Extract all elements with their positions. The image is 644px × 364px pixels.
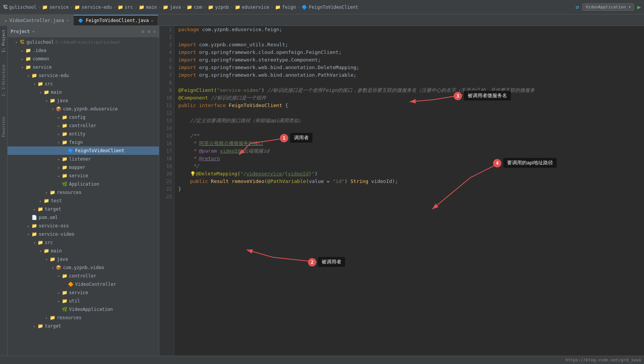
breadcrumb-eduservice[interactable]: eduservice (242, 5, 269, 10)
breadcrumb-feign[interactable]: feign (282, 5, 296, 10)
breadcrumb-sep: › (230, 5, 233, 10)
tree-label: test (51, 198, 62, 203)
close-panel-icon[interactable]: ✕ (153, 29, 156, 34)
tree-item-main1[interactable]: ▾ 📁 main (8, 88, 159, 96)
tree-item-controller2[interactable]: ▾ 📁 controller (8, 272, 159, 280)
breadcrumb-main[interactable]: main (146, 5, 157, 10)
breadcrumb-sep: › (204, 5, 206, 10)
tree-arrow: ▸ (32, 207, 37, 211)
folder-icon: 📁 (235, 5, 240, 10)
tree-arrow: ▾ (56, 140, 61, 145)
tab-videocontroller[interactable]: ☕ VideoController.java ✕ (0, 15, 74, 25)
tree-item-util[interactable]: ▸ 📁 util (8, 297, 159, 305)
tree-item-target1[interactable]: ▸ 📁 target (8, 205, 159, 213)
spring-icon: 🌿 (61, 181, 68, 187)
tree-item-resources1[interactable]: ▸ 📁 resources (8, 188, 159, 197)
tree-item-src1[interactable]: ▾ 📁 src (8, 80, 159, 88)
java-folder-icon: 📁 (49, 257, 55, 262)
tree-item-service-video[interactable]: ▾ 📁 service-video (8, 230, 159, 238)
breadcrumb-com[interactable]: com (194, 5, 202, 10)
tree-item-src2[interactable]: ▾ 📁 src (8, 238, 159, 247)
breadcrumb-bar: 🏗 gulischool › 📁 service › 📁 service-edu… (0, 0, 644, 14)
tree-item-gulischool[interactable]: ▾ 🏗 gulischool D:\IdeaProjects\gulischoo… (8, 38, 159, 46)
breadcrumb-service[interactable]: service (49, 5, 69, 10)
tree-item-common[interactable]: ▸ 📁 common (8, 55, 159, 63)
folder-icon: 📁 (25, 65, 31, 70)
callout-2: 被调用者 (318, 257, 345, 267)
tree-item-service[interactable]: ▾ 📁 service (8, 63, 159, 71)
breadcrumb-yzpnb[interactable]: yzpnb (215, 5, 229, 10)
tree-item-listener[interactable]: ▸ 📁 listener (8, 155, 159, 163)
folder-icon: 📁 (139, 5, 145, 10)
tab-feigntovideoclient[interactable]: 🔷 FeignToVideoClient.java ✕ (74, 15, 158, 25)
sidebar-tab-structure[interactable]: 2: Z-Structure (1, 62, 6, 99)
tree-item-resources2[interactable]: ▸ 📁 resources (8, 314, 159, 322)
tree-arrow: ▾ (32, 241, 37, 245)
tree-label: com.yzpnb.eduservice (63, 106, 118, 112)
tree-item-application1[interactable]: 🌿 Application (8, 180, 159, 188)
code-line-17: * @param videoId 云端视频id (178, 147, 640, 155)
tree-item-service-inner[interactable]: ▸ 📁 service (8, 172, 159, 180)
tree-arrow: ▾ (14, 40, 19, 44)
tree-item-target2[interactable]: ▸ 📁 target (8, 322, 159, 330)
dropdown-arrow-icon[interactable]: ▾ (32, 29, 35, 34)
breadcrumb-gulischool[interactable]: gulischool (9, 5, 36, 10)
tree-label: FeignToVideoClient (75, 148, 124, 153)
breadcrumb-sep: › (70, 5, 73, 10)
code-editor[interactable]: 12345 678910 1112131415 1617181920 21222… (159, 26, 644, 364)
code-line-15: /** (178, 132, 640, 140)
folder-icon: 📁 (74, 5, 80, 10)
breadcrumb-java[interactable]: java (170, 5, 181, 10)
tree-arrow: ▾ (44, 99, 49, 103)
tree-item-com-yzpnb-video[interactable]: ▾ 📦 com.yzpnb.video (8, 263, 159, 272)
tree-item-videocontroller[interactable]: 🔶 VideoController (8, 280, 159, 288)
spring-icon: 🌿 (61, 307, 68, 312)
tree-label: common (33, 56, 49, 61)
callout-4: 要调用的api地址路径 (503, 158, 557, 168)
sidebar-tab-project[interactable]: 1: Project (1, 27, 6, 55)
tree-item-service2[interactable]: ▸ 📁 service (8, 288, 159, 297)
tree-item-mapper[interactable]: ▸ 📁 mapper (8, 163, 159, 172)
tree-label: config (69, 115, 85, 120)
tree-label: src (45, 240, 53, 245)
tree-item-feign[interactable]: ▾ 📁 feign (8, 138, 159, 147)
tab-close-button[interactable]: ✕ (151, 19, 153, 23)
code-line-10: @Component //标识此接口是一个组件 (178, 94, 640, 102)
tree-label: service (33, 65, 52, 70)
tree-item-test[interactable]: ▸ 📁 test (8, 197, 159, 205)
run-config-selector[interactable]: VideoApplication ▾ (582, 3, 634, 11)
tree-item-config[interactable]: ▸ 📁 config (8, 113, 159, 121)
breadcrumb-src[interactable]: src (125, 5, 133, 10)
tree-item-java1[interactable]: ▾ 📁 java (8, 96, 159, 105)
breadcrumb-service-edu[interactable]: service-edu (82, 5, 112, 10)
code-line-21: public Result removeVideo(@PathVariable(… (178, 178, 640, 185)
folder-icon: 📁 (61, 156, 68, 162)
tree-label: listener (69, 156, 91, 162)
tree-item-videoapplication[interactable]: 🌿 VideoApplication (8, 305, 159, 314)
breadcrumb-feigntovideoclient[interactable]: FeignToVideoClient (309, 5, 358, 10)
breadcrumb-sep: › (271, 5, 273, 10)
tree-item-idea[interactable]: ▸ 📁 .idea (8, 46, 159, 55)
collapse-icon[interactable]: ≡ (148, 29, 150, 34)
sidebar-tab-favorites[interactable]: Favorites (1, 114, 6, 139)
tree-item-entity[interactable]: ▸ 📁 entity (8, 130, 159, 138)
tree-item-feigntovideoclient[interactable]: 🔷 FeignToVideoClient (8, 147, 159, 155)
tree-item-controller1[interactable]: ▸ 📁 controller (8, 121, 159, 130)
tree-path: D:\IdeaProjects\gulischool (55, 40, 121, 45)
run-button[interactable]: ▶ (637, 3, 641, 11)
tree-item-com-yzpnb-eduservice[interactable]: ▾ 📦 com.yzpnb.eduservice (8, 105, 159, 113)
tree-item-main2[interactable]: ▾ 📁 main (8, 247, 159, 255)
tree-item-java2[interactable]: ▾ 📁 java (8, 255, 159, 263)
project-tree: ▾ 🏗 gulischool D:\IdeaProjects\gulischoo… (8, 37, 159, 364)
folder-icon: 📁 (37, 206, 43, 212)
tree-item-service-oss[interactable]: ▸ 📁 service-oss (8, 222, 159, 230)
sync-icon[interactable]: ⇄ (576, 3, 580, 11)
tree-item-service-edu[interactable]: ▾ 📁 service-edu (8, 71, 159, 80)
tree-arrow: ▸ (32, 324, 37, 328)
status-right: https://blog.csdn.net/grd_java (565, 358, 641, 362)
folder-icon: 📁 (31, 223, 37, 228)
gear-icon[interactable]: ⚙ (141, 29, 144, 34)
tree-item-pom[interactable]: 📄 pom.xml (8, 213, 159, 222)
tab-close-button[interactable]: ✕ (66, 18, 69, 22)
tree-label: pom.xml (39, 215, 58, 220)
